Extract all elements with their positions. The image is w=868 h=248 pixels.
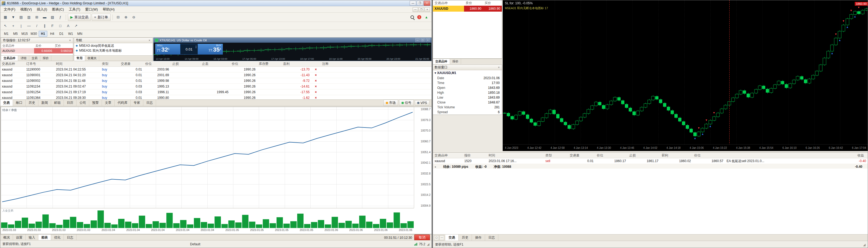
xauusd-chart-canvas[interactable]	[503, 0, 868, 145]
new-chart-icon[interactable]: ▦	[2, 14, 9, 21]
chart-maximize-button[interactable]: ▢	[421, 38, 425, 42]
timeframe-button[interactable]: H1	[39, 31, 47, 37]
menu-item[interactable]: 帮助(H)	[100, 6, 117, 13]
trade-row[interactable]: xauusd 1520 2023.01.06 17:16... sell 0.0…	[433, 158, 868, 164]
tab[interactable]: 详细	[18, 56, 29, 61]
toolbox-tab[interactable]: 日历	[64, 100, 76, 106]
cursor-icon[interactable]: ↖	[2, 23, 9, 30]
volume-down-icon[interactable]: ▼	[195, 47, 197, 49]
menu-item[interactable]: 插入(I)	[34, 6, 50, 13]
search-icon[interactable]	[409, 14, 415, 21]
data-window-icon[interactable]: ▥	[25, 14, 32, 21]
chart-minimize-button[interactable]: —	[415, 38, 420, 42]
crosshair-icon[interactable]: +	[10, 23, 17, 30]
timeframe-button[interactable]: H4	[48, 31, 57, 37]
toolbox-service-button[interactable]: 信号	[399, 100, 414, 106]
toolbox-tab[interactable]: 历史	[26, 100, 38, 106]
chevron-down-icon[interactable]: ▾	[435, 71, 436, 75]
sell-button[interactable]: SELL 77.326	[155, 44, 180, 55]
terminal-tab[interactable]: 历史	[459, 235, 472, 241]
resize-grip-icon[interactable]: ◢	[427, 242, 429, 246]
menu-item[interactable]: 窗口(W)	[83, 6, 100, 13]
close-position-icon[interactable]: ×	[311, 84, 320, 89]
timeframe-button[interactable]: W1	[66, 31, 75, 37]
menu-item[interactable]: 视图(V)	[18, 6, 34, 13]
navigator-expert-item[interactable]: ◆ M5EA3 doop简单低延迟	[74, 43, 153, 48]
cancel-button[interactable]: 取消	[414, 235, 430, 241]
timeframe-button[interactable]: D1	[57, 31, 66, 37]
horizontal-line-icon[interactable]: —	[25, 23, 32, 30]
text-icon[interactable]: A	[65, 23, 72, 30]
toolbox-icon[interactable]: ▬	[41, 14, 48, 21]
position-row[interactable]: xauusd 11190000 2023.04.21 04:22:55 buy …	[0, 67, 432, 72]
status-profile[interactable]: Default	[190, 242, 200, 246]
volume-up-icon[interactable]: ▲	[195, 45, 197, 47]
tester-tab[interactable]: 优化	[51, 235, 64, 241]
toolbox-tab[interactable]: 专家	[131, 100, 143, 106]
buy-button[interactable]: BUY 77.354	[198, 44, 223, 55]
toolbox-service-button[interactable]: VPS	[415, 100, 429, 106]
market-watch-icon[interactable]: ▤	[18, 14, 25, 21]
position-row[interactable]: xauusd 11090001 2023.04.21 04:31:20 buy …	[0, 72, 432, 78]
tab[interactable]: 报价	[450, 59, 461, 64]
timeframe-button[interactable]: M30	[29, 31, 38, 37]
account-status-icon[interactable]: ▲	[423, 14, 430, 21]
arrows-icon[interactable]: ↗	[72, 23, 80, 30]
resize-grip-icon[interactable]: ◢	[863, 243, 866, 247]
timeframe-button[interactable]: MN	[75, 31, 84, 37]
fibonacci-icon[interactable]: F	[49, 23, 56, 30]
toolbox-tab[interactable]: 代码库	[115, 100, 131, 106]
tester-tab[interactable]: 设置	[13, 235, 26, 241]
new-order-button[interactable]: + 新订单	[92, 14, 111, 21]
position-row[interactable]: xauusd 11091254 2023.04.21 09:17:19 buy …	[0, 90, 432, 95]
shapes-icon[interactable]: □	[57, 23, 64, 30]
child-close-button[interactable]: ×	[425, 7, 430, 12]
tile-windows-icon[interactable]: ⊟	[115, 14, 122, 21]
chart-window-titlebar[interactable]: XTIUSD,H1: US Dollar vs Crude Oil — ▢ ×	[154, 38, 431, 43]
notification-badge[interactable]: 1	[417, 15, 421, 19]
toolbox-tab[interactable]: 交易	[0, 100, 13, 106]
channel-icon[interactable]: ∥	[41, 23, 48, 30]
tab[interactable]: 交易品种	[1, 56, 18, 61]
minimize-button[interactable]: —	[410, 1, 416, 6]
profiles-icon[interactable]: ▼	[10, 14, 17, 21]
trade-volume-canvas[interactable]	[1, 208, 414, 228]
tester-tab[interactable]: 概况	[0, 235, 13, 241]
terminal-tab[interactable]: 交易	[445, 235, 459, 241]
trendline-icon[interactable]: /	[33, 23, 40, 30]
timeframe-button[interactable]: M1	[2, 31, 10, 37]
child-restore-button[interactable]: ❐	[418, 7, 424, 12]
zoom-in-icon[interactable]: ⊕	[123, 14, 129, 21]
toolbox-tab[interactable]: 公司	[76, 100, 89, 106]
quote-row[interactable]: XAUUSD 1860.90 1860.90	[433, 6, 502, 12]
toolbox-tab[interactable]: 敞口	[13, 100, 26, 106]
indicators-icon[interactable]: ƒ	[57, 14, 64, 21]
toolbox-tab[interactable]: 邮箱	[51, 100, 64, 106]
close-icon[interactable]: ×	[69, 38, 71, 43]
menu-item[interactable]: 文件(F)	[1, 6, 18, 13]
terminal-tab[interactable]: 日志	[485, 235, 498, 241]
tester-tab[interactable]: 日志	[64, 235, 76, 241]
navigator-icon[interactable]: ⊞	[33, 14, 40, 21]
equity-chart-canvas[interactable]	[1, 107, 414, 208]
toolbox-tab[interactable]: 文章	[102, 100, 115, 106]
child-minimize-button[interactable]: —	[413, 7, 418, 12]
volume-input[interactable]: 0.01 ▲▼	[180, 44, 198, 55]
toolbox-tab[interactable]: 日志	[143, 100, 156, 106]
tester-tab[interactable]: 输入	[26, 235, 38, 241]
menu-item[interactable]: 工具(T)	[66, 6, 83, 13]
navigator-expert-item[interactable]: ◆ M5EA31 双向无断仓本地图标	[74, 48, 153, 53]
terminal-tab[interactable]: 操作	[472, 235, 485, 241]
tab[interactable]: 常用	[74, 56, 85, 61]
tab[interactable]: 收藏夹	[85, 56, 99, 61]
toolbox-tab[interactable]: 预警	[89, 100, 102, 106]
strategy-tester-icon[interactable]: ▧	[49, 14, 56, 21]
zoom-out-icon[interactable]: ⊖	[130, 14, 137, 21]
vertical-line-icon[interactable]: |	[18, 23, 25, 30]
timeframe-button[interactable]: M5	[11, 31, 20, 37]
tab[interactable]: 交易品种	[433, 59, 450, 64]
chart-close-button[interactable]: ×	[426, 38, 430, 42]
restore-button[interactable]: ❐	[417, 1, 423, 6]
close-position-icon[interactable]: ×	[311, 78, 320, 83]
toolbox-service-button[interactable]: 市场	[383, 100, 398, 106]
